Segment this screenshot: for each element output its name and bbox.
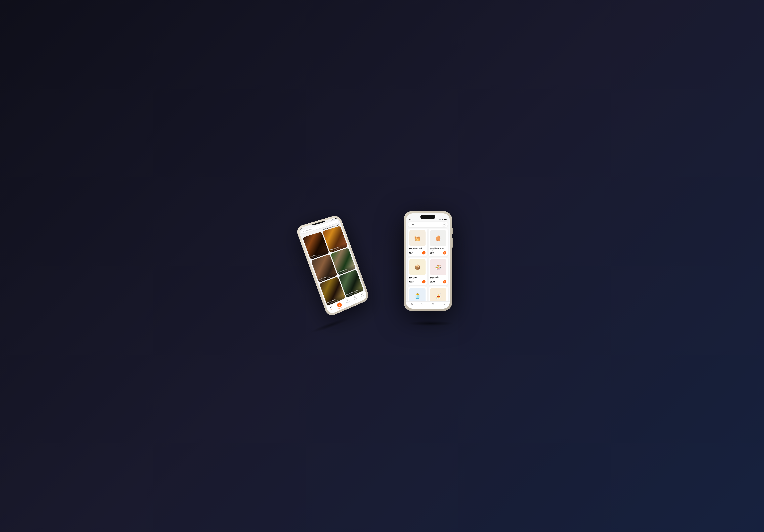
nav-item-meal-plan[interactable]: Meal Plan	[336, 302, 343, 309]
svg-point-7	[302, 231, 303, 232]
search-icon-left	[302, 231, 304, 232]
product-grid: 🧺 Egg Chicken Red 1pcs, Price $1.99 + 🥚	[406, 228, 450, 304]
product-price-row: $15.99 +	[430, 280, 446, 284]
svg-rect-21	[440, 219, 440, 220]
svg-rect-9	[336, 225, 337, 226]
phone-right-screen: 9:41	[406, 213, 450, 309]
phone-left-screen: 9:41	[298, 216, 368, 315]
status-icons-right	[439, 219, 447, 220]
phone-right-shadow	[407, 321, 454, 326]
cart-icon-right	[432, 303, 434, 305]
svg-line-28	[411, 224, 411, 225]
phone-right: 9:41	[404, 211, 452, 311]
svg-point-36	[434, 305, 434, 305]
signal-small	[336, 224, 339, 226]
nav-item-shopping[interactable]: Shopping	[345, 299, 351, 306]
svg-point-14	[348, 301, 348, 301]
add-button-egg-noodles-1[interactable]: +	[443, 280, 446, 284]
product-card-egg-noodles-2[interactable]: 🍝 Egg Noodles 330mL, Price $4.99 +	[429, 287, 448, 304]
time-left: 9:41	[300, 228, 303, 230]
product-card-egg-chicken-white[interactable]: 🥚 Egg Chicken White 180g, Price $1.50 +	[429, 228, 448, 256]
phone-left-frame: 9:41	[295, 214, 370, 318]
product-card-egg-noodles-1[interactable]: 🍜 Egg Noodles 2L, Price $15.99 +	[429, 257, 448, 285]
svg-rect-22	[440, 219, 440, 220]
wifi-icon-right	[442, 219, 444, 220]
svg-point-37	[443, 303, 444, 304]
profile-icon-right	[442, 303, 445, 305]
nav-label-profile-right: Profile	[443, 306, 445, 307]
nav-item-nutrition[interactable]: Nutrition	[353, 296, 358, 302]
svg-point-33	[422, 303, 423, 304]
phone-left: 9:41	[295, 214, 370, 318]
meal-plan-icon	[338, 304, 340, 306]
svg-rect-15	[361, 294, 361, 295]
product-image-egg-pasta: 📦	[409, 259, 426, 275]
svg-rect-23	[441, 219, 441, 220]
svg-rect-26	[444, 219, 446, 220]
product-price-row: $1.99 +	[409, 251, 426, 254]
nav-item-profile-right[interactable]: Profile	[442, 303, 445, 307]
phone-right-frame: 9:41	[404, 211, 452, 311]
phone-left-shadow	[309, 315, 352, 335]
dynamic-island	[420, 215, 435, 219]
scene: 9:41	[307, 208, 457, 324]
battery-icon-right	[444, 219, 447, 220]
home-icon-right	[411, 303, 413, 305]
add-button-egg-pasta[interactable]: +	[422, 280, 426, 284]
wifi-icon-left	[333, 218, 335, 220]
product-price-row: $15.99 +	[409, 280, 426, 284]
signal-icon-right	[439, 219, 441, 220]
nav-item-home[interactable]: Home	[329, 306, 334, 312]
svg-point-27	[410, 224, 411, 225]
product-image-egg-noodles-1: 🍜	[430, 259, 446, 275]
nav-item-home-right[interactable]	[411, 303, 413, 307]
add-button-egg-chicken-white[interactable]: +	[443, 251, 446, 254]
time-right: 9:41	[409, 219, 412, 220]
svg-point-35	[433, 305, 433, 305]
search-input-right[interactable]	[412, 223, 441, 225]
signal-icon	[331, 219, 333, 220]
svg-rect-0	[331, 220, 331, 220]
battery-icon-left	[335, 218, 337, 219]
nav-item-fitness[interactable]: Fitness	[360, 293, 365, 299]
nav-item-cart-right[interactable]	[432, 303, 434, 307]
svg-line-34	[423, 304, 423, 305]
svg-rect-25	[446, 219, 447, 220]
product-card-mayo-eggless[interactable]: 🫙 Mayonnais Eggless 325mL, Price $4.99 +	[408, 287, 427, 304]
right-search-bar[interactable]	[408, 221, 448, 227]
svg-point-13	[347, 301, 348, 301]
product-image-egg-chicken-white: 🥚	[430, 230, 446, 246]
product-card-egg-chicken-red[interactable]: 🧺 Egg Chicken Red 1pcs, Price $1.99 +	[408, 228, 427, 256]
search-icon-right	[410, 223, 411, 225]
svg-rect-20	[439, 220, 439, 220]
product-card-egg-pasta[interactable]: 📦 Egg Pasta 30gm, Price $15.99 +	[408, 257, 427, 285]
product-price-row: $1.50 +	[430, 251, 446, 254]
product-image-egg-chicken-red: 🧺	[409, 230, 426, 246]
nav-item-search-right[interactable]	[421, 303, 424, 307]
filter-button[interactable]	[442, 222, 446, 226]
search-icon-nav-right	[421, 303, 424, 305]
filter-icon	[443, 223, 445, 225]
bottom-nav-right: Profile	[406, 302, 450, 309]
add-button-egg-chicken-red[interactable]: +	[422, 251, 426, 254]
